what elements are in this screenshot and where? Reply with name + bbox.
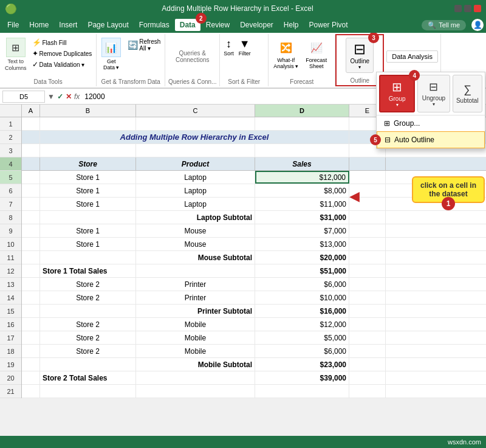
grid-cell[interactable]: [40, 251, 136, 264]
row-num-7[interactable]: 7: [0, 198, 21, 211]
grid-cell-c5[interactable]: Laptop: [136, 171, 255, 184]
grid-cell[interactable]: [349, 371, 386, 384]
grid-cell[interactable]: [349, 358, 386, 371]
flash-fill-btn[interactable]: ⚡Flash Fill: [30, 38, 94, 47]
grid-cell[interactable]: Store 1: [40, 198, 136, 210]
group-big-btn[interactable]: ⊞ Group ▾ 4: [379, 75, 415, 112]
formula-cancel-btn[interactable]: ✕: [66, 92, 72, 101]
grid-cell[interactable]: $20,000: [255, 251, 349, 264]
col-header-d[interactable]: D: [255, 105, 349, 117]
grid-cell[interactable]: $16,000: [255, 305, 349, 317]
grid-cell[interactable]: [136, 264, 255, 277]
grid-cell[interactable]: [136, 117, 255, 130]
grid-cell[interactable]: $11,000: [255, 198, 349, 210]
grid-cell[interactable]: Laptop: [136, 198, 255, 210]
grid-cell[interactable]: Store 2 Total Sales: [40, 371, 136, 384]
grid-cell-title[interactable]: Adding Multiple Row Hierarchy in Excel: [40, 131, 349, 143]
grid-cell-d5[interactable]: $12,000: [255, 171, 349, 184]
grid-cell[interactable]: Store 1 Total Sales: [40, 264, 136, 277]
grid-cell[interactable]: $10,000: [255, 291, 349, 304]
data-analysis-btn[interactable]: Data Analysis: [386, 50, 438, 63]
grid-cell[interactable]: [22, 117, 40, 130]
row-num-1[interactable]: 1: [0, 117, 21, 131]
grid-cell[interactable]: [136, 371, 255, 384]
search-box[interactable]: 🔍 Tell me: [422, 20, 466, 30]
grid-cell[interactable]: [349, 224, 386, 237]
menu-home[interactable]: Home: [24, 19, 53, 31]
row-num-13[interactable]: 13: [0, 278, 21, 291]
get-data-btn[interactable]: 📊 GetData ▾: [99, 36, 123, 72]
grid-cell[interactable]: [349, 264, 386, 277]
menu-help[interactable]: Help: [279, 19, 304, 31]
row-num-14[interactable]: 14: [0, 291, 21, 305]
grid-cell[interactable]: Store 1: [40, 224, 136, 237]
menu-data[interactable]: Data 2: [175, 19, 200, 31]
grid-cell[interactable]: $23,000: [255, 358, 349, 371]
close-btn[interactable]: [474, 5, 481, 12]
grid-cell[interactable]: Mobile Subtotal: [136, 358, 255, 371]
grid-cell-store-header[interactable]: Store: [40, 157, 136, 170]
row-num-20[interactable]: 20: [0, 371, 21, 385]
outline-btn[interactable]: ⊟ Outline ▾ 3: [346, 38, 374, 73]
user-icon[interactable]: 👤: [471, 19, 484, 31]
grid-cell[interactable]: Store 2: [40, 318, 136, 331]
row-num-3[interactable]: 3: [0, 144, 21, 157]
grid-cell[interactable]: Mobile: [136, 331, 255, 344]
grid-cell[interactable]: [349, 251, 386, 264]
grid-cell[interactable]: [349, 385, 386, 398]
grid-cell[interactable]: Store 1: [40, 184, 136, 197]
grid-cell[interactable]: $6,000: [255, 345, 349, 357]
grid-cell-product-header[interactable]: Product: [136, 157, 255, 170]
subtotal-btn[interactable]: ∑ Subtotal: [453, 75, 482, 112]
grid-cell-b5[interactable]: Store 1: [40, 171, 136, 184]
grid-cell[interactable]: $31,000: [255, 211, 349, 224]
grid-cell[interactable]: [349, 238, 386, 250]
ungroup-btn[interactable]: ⊟ Ungroup ▾: [417, 75, 450, 112]
grid-cell[interactable]: Mouse Subtotal: [136, 251, 255, 264]
grid-cell[interactable]: Store 2: [40, 291, 136, 304]
grid-cell[interactable]: [349, 318, 386, 331]
row-num-21[interactable]: 21: [0, 385, 21, 398]
grid-cell[interactable]: [22, 157, 40, 170]
grid-cell[interactable]: [40, 117, 136, 130]
grid-cell[interactable]: $12,000: [255, 318, 349, 331]
grid-cell[interactable]: Mouse: [136, 224, 255, 237]
grid-cell[interactable]: [349, 305, 386, 317]
row-num-6[interactable]: 6: [0, 184, 21, 198]
grid-cell[interactable]: $13,000: [255, 238, 349, 250]
grid-cell[interactable]: $8,000: [255, 184, 349, 197]
grid-cell[interactable]: Laptop Subtotal: [136, 211, 255, 224]
forecast-sheet-btn[interactable]: 📈 ForecastSheet: [303, 36, 329, 71]
row-num-16[interactable]: 16: [0, 318, 21, 331]
menu-power-pivot[interactable]: Power Pivot: [304, 19, 353, 31]
grid-cell[interactable]: Store 2: [40, 345, 136, 357]
col-header-c[interactable]: C: [136, 105, 255, 117]
row-num-10[interactable]: 10: [0, 238, 21, 251]
grid-cell[interactable]: [349, 278, 386, 291]
grid-cell[interactable]: [255, 144, 349, 157]
grid-cell[interactable]: [349, 331, 386, 344]
row-num-4[interactable]: 4: [0, 157, 21, 171]
row-num-18[interactable]: 18: [0, 345, 21, 358]
formula-check-btn[interactable]: ✓: [57, 92, 63, 101]
grid-cell[interactable]: [349, 157, 386, 170]
grid-cell[interactable]: Store 1: [40, 238, 136, 250]
text-to-columns-btn[interactable]: ⊞ Text toColumns: [2, 36, 29, 73]
menu-developer[interactable]: Developer: [235, 19, 278, 31]
grid-cell[interactable]: [349, 291, 386, 304]
menu-formulas[interactable]: Formulas: [134, 19, 174, 31]
row-num-12[interactable]: 12: [0, 264, 21, 278]
row-num-15[interactable]: 15: [0, 305, 21, 318]
grid-cell-sales-header[interactable]: Sales: [255, 157, 349, 170]
grid-cell[interactable]: $6,000: [255, 278, 349, 291]
row-num-17[interactable]: 17: [0, 331, 21, 345]
grid-cell[interactable]: Printer: [136, 291, 255, 304]
what-if-analysis-btn[interactable]: 🔀 What-IfAnalysis ▾: [271, 36, 301, 71]
grid-cell[interactable]: $7,000: [255, 224, 349, 237]
col-header-a[interactable]: A: [22, 105, 40, 117]
grid-cell[interactable]: $51,000: [255, 264, 349, 277]
grid-cell[interactable]: Printer Subtotal: [136, 305, 255, 317]
grid-cell[interactable]: Printer: [136, 278, 255, 291]
grid-cell[interactable]: [22, 171, 40, 184]
data-validation-btn[interactable]: ✓Data Validation ▾: [30, 60, 94, 69]
